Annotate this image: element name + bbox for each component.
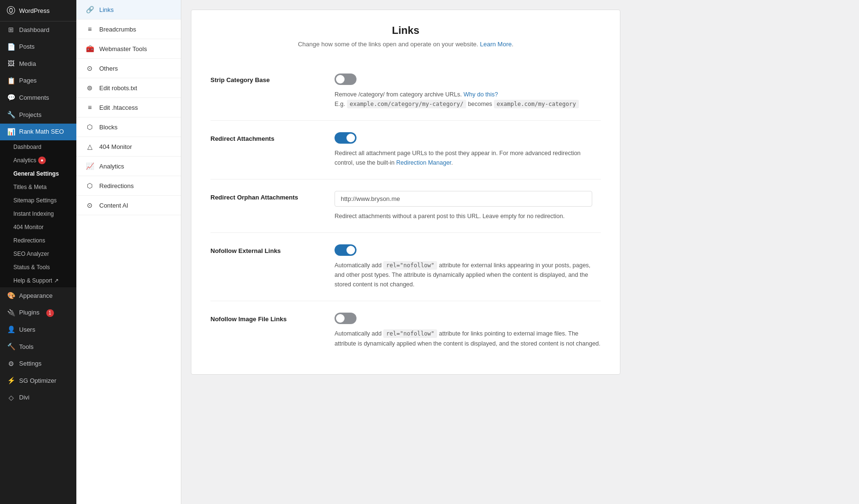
sidebar-item-label: Comments — [19, 94, 49, 102]
secondary-sidebar-item-redirections[interactable]: ⬡ Redirections — [76, 176, 181, 196]
nofollow-image-desc: Automatically add rel="nofollow" attribu… — [335, 329, 601, 348]
submenu-item-help-support[interactable]: Help & Support ↗ — [0, 274, 76, 287]
sg-optimizer-icon: ⚡ — [7, 376, 15, 386]
edit-htaccess-icon: ≡ — [85, 104, 94, 111]
users-icon: 👤 — [7, 325, 15, 335]
divi-icon: ◇ — [7, 393, 15, 403]
secondary-sidebar-item-links[interactable]: 🔗 Links — [76, 0, 181, 20]
submenu-item-redirections[interactable]: Redirections — [0, 234, 76, 247]
sidebar-item-label: Settings — [19, 359, 42, 368]
secondary-sidebar-item-label: Redirections — [99, 182, 134, 189]
webmaster-tools-icon: 🧰 — [85, 45, 94, 52]
pages-icon: 📋 — [7, 76, 15, 86]
nofollow-external-control: Automatically add rel="nofollow" attribu… — [335, 244, 601, 289]
secondary-sidebar-item-breadcrumbs[interactable]: ≡ Breadcrumbs — [76, 20, 181, 39]
secondary-sidebar-item-label: Analytics — [99, 163, 124, 170]
strip-category-base-label: Strip Category Base — [210, 74, 315, 84]
sidebar-item-label: Tools — [19, 343, 33, 351]
nofollow-code: rel="nofollow" — [383, 261, 437, 270]
secondary-sidebar: 🔗 Links ≡ Breadcrumbs 🧰 Webmaster Tools … — [76, 0, 181, 504]
links-icon: 🔗 — [85, 6, 94, 13]
sidebar-item-projects[interactable]: 🔧 Projects — [0, 106, 76, 124]
sidebar-item-comments[interactable]: 💬 Comments — [0, 89, 76, 106]
nofollow-image-toggle[interactable] — [335, 313, 356, 324]
nofollow-image-row: Nofollow Image File Links Automatically … — [210, 301, 601, 359]
rank-math-icon: 📊 — [7, 127, 15, 137]
content-area: Links Change how some of the links open … — [181, 0, 859, 504]
strip-category-base-toggle[interactable] — [335, 74, 356, 85]
plugins-icon: 🔌 — [7, 308, 15, 318]
secondary-sidebar-item-analytics[interactable]: 📈 Analytics — [76, 157, 181, 176]
others-icon: ⊙ — [85, 64, 94, 72]
redirect-attachments-toggle[interactable] — [335, 132, 356, 144]
appearance-icon: 🎨 — [7, 291, 15, 301]
strip-category-base-desc: Remove /category/ from category archive … — [335, 90, 601, 109]
secondary-sidebar-item-label: Blocks — [99, 124, 117, 131]
redirect-orphan-desc: Redirect attachments without a parent po… — [335, 211, 601, 221]
secondary-sidebar-item-blocks[interactable]: ⬡ Blocks — [76, 117, 181, 137]
redirect-orphan-input[interactable] — [335, 191, 592, 207]
example-code-2: example.com/my-category — [494, 100, 579, 108]
sidebar-item-users[interactable]: 👤 Users — [0, 321, 76, 338]
why-do-this-link[interactable]: Why do this? — [463, 91, 498, 98]
secondary-sidebar-item-others[interactable]: ⊙ Others — [76, 59, 181, 78]
learn-more-link[interactable]: Learn More — [480, 41, 512, 48]
wp-logo-icon: ⓪ — [7, 5, 15, 16]
submenu-item-dashboard[interactable]: Dashboard — [0, 140, 76, 154]
submenu-item-404-monitor[interactable]: 404 Monitor — [0, 220, 76, 234]
redirection-manager-link[interactable]: Redirection Manager — [396, 159, 451, 166]
nofollow-image-label: Nofollow Image File Links — [210, 313, 315, 323]
sidebar-item-label: Projects — [19, 111, 42, 119]
analytics-icon: 📈 — [85, 162, 94, 170]
comments-icon: 💬 — [7, 93, 15, 103]
sidebar-item-label: Users — [19, 326, 35, 334]
sidebar-item-media[interactable]: 🖼 Media — [0, 55, 76, 73]
submenu-item-analytics[interactable]: Analytics ● — [0, 154, 76, 167]
secondary-sidebar-item-webmaster-tools[interactable]: 🧰 Webmaster Tools — [76, 39, 181, 59]
sidebar-item-sg-optimizer[interactable]: ⚡ SG Optimizer — [0, 372, 76, 389]
submenu-item-general-settings[interactable]: General Settings — [0, 167, 76, 180]
content-ai-icon: ⊙ — [85, 201, 94, 209]
sidebar-item-dashboard[interactable]: ⊞ Dashboard — [0, 21, 76, 39]
sidebar-item-label: Appearance — [19, 292, 52, 300]
sidebar-item-rank-math[interactable]: 📊 Rank Math SEO — [0, 124, 76, 141]
sidebar-item-label: Pages — [19, 76, 37, 85]
sidebar-item-tools[interactable]: 🔨 Tools — [0, 338, 76, 356]
sidebar-item-appearance[interactable]: 🎨 Appearance — [0, 287, 76, 304]
toggle-knob — [346, 134, 355, 142]
secondary-sidebar-item-content-ai[interactable]: ⊙ Content AI — [76, 196, 181, 215]
sidebar-item-settings[interactable]: ⚙ Settings — [0, 356, 76, 373]
secondary-sidebar-item-label: Content AI — [99, 202, 128, 209]
nofollow-image-toggle-wrap — [335, 313, 601, 324]
secondary-sidebar-item-label: 404 Monitor — [99, 143, 132, 150]
breadcrumbs-icon: ≡ — [85, 25, 94, 33]
submenu-item-instant-indexing[interactable]: Instant Indexing — [0, 207, 76, 220]
sidebar-item-posts[interactable]: 📄 Posts — [0, 39, 76, 56]
sidebar-item-pages[interactable]: 📋 Pages — [0, 73, 76, 90]
secondary-sidebar-item-label: Breadcrumbs — [99, 26, 136, 33]
submenu-item-status-tools[interactable]: Status & Tools — [0, 261, 76, 274]
secondary-sidebar-item-404-monitor[interactable]: △ 404 Monitor — [76, 137, 181, 157]
redirect-attachments-toggle-wrap — [335, 132, 601, 144]
submenu-item-seo-analyzer[interactable]: SEO Analyzer — [0, 247, 76, 261]
secondary-sidebar-item-edit-htaccess[interactable]: ≡ Edit .htaccess — [76, 98, 181, 117]
nofollow-external-toggle[interactable] — [335, 244, 356, 256]
main-sidebar: ⓪ WordPress ⊞ Dashboard 📄 Posts 🖼 Media … — [0, 0, 76, 504]
main-content: 🔗 Links ≡ Breadcrumbs 🧰 Webmaster Tools … — [76, 0, 859, 504]
secondary-sidebar-item-edit-robots[interactable]: ⊚ Edit robots.txt — [76, 78, 181, 98]
sidebar-item-plugins[interactable]: 🔌 Plugins 1 — [0, 304, 76, 322]
nofollow-external-desc: Automatically add rel="nofollow" attribu… — [335, 261, 601, 289]
submenu-item-sitemap[interactable]: Sitemap Settings — [0, 194, 76, 207]
example-code-1: example.com/category/my-category/ — [347, 100, 466, 108]
404-monitor-icon: △ — [85, 143, 94, 150]
submenu-item-titles-meta[interactable]: Titles & Meta — [0, 180, 76, 194]
tools-icon: 🔨 — [7, 342, 15, 352]
toggle-knob — [336, 75, 345, 84]
sidebar-item-divi[interactable]: ◇ Divi — [0, 389, 76, 407]
wp-logo-text: WordPress — [19, 7, 50, 14]
plugins-badge: 1 — [46, 309, 54, 317]
redirect-attachments-control: Redirect all attachment page URLs to the… — [335, 132, 601, 168]
redirect-orphan-control: Redirect attachments without a parent po… — [335, 191, 601, 221]
sidebar-item-label: Plugins — [19, 308, 40, 317]
posts-icon: 📄 — [7, 42, 15, 52]
